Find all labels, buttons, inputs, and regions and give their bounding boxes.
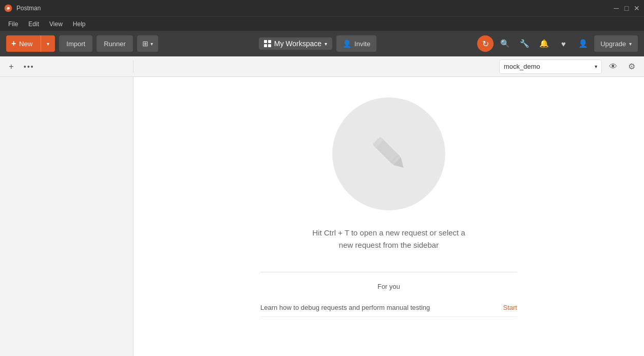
env-chevron: ▾ — [595, 64, 597, 69]
toolbar-right: ↻ 🔍 🔧 🔔 ♥ 👤 Upgrade ▾ — [477, 35, 638, 52]
favorites-button[interactable]: ♥ — [555, 35, 572, 52]
empty-state: Hit Ctrl + T to open a new request or se… — [134, 77, 644, 356]
runner-button[interactable]: Runner — [97, 35, 133, 52]
sidebar-add-button[interactable]: + — [5, 61, 17, 73]
env-bar: mock_demo ▾ 👁 ⚙ — [134, 60, 644, 74]
user-icon: 👤 — [578, 39, 588, 48]
import-button[interactable]: Import — [59, 35, 92, 52]
header-row: + ••• mock_demo ▾ 👁 ⚙ — [0, 56, 644, 77]
workspace-selector[interactable]: My Workspace ▾ — [259, 37, 332, 50]
sidebar — [0, 77, 134, 356]
empty-hint-line1: Hit Ctrl + T to open a new request or se… — [312, 228, 465, 237]
env-eye-button[interactable]: 👁 — [606, 60, 620, 74]
notifications-button[interactable]: 🔔 — [536, 35, 552, 52]
new-button-label: New — [19, 40, 32, 48]
new-plus-icon: + — [11, 39, 16, 48]
sidebar-more-button[interactable]: ••• — [22, 61, 35, 73]
empty-hint: Hit Ctrl + T to open a new request or se… — [312, 227, 465, 251]
main-layout: Hit Ctrl + T to open a new request or se… — [0, 77, 644, 356]
for-you-title: For you — [260, 283, 517, 290]
upgrade-button[interactable]: Upgrade ▾ — [594, 35, 638, 52]
invite-icon: 👤 — [343, 39, 351, 48]
upgrade-chevron: ▾ — [629, 41, 632, 47]
bell-icon: 🔔 — [539, 39, 549, 48]
env-selected-value: mock_demo — [504, 63, 592, 70]
pencil-icon — [366, 130, 412, 178]
new-tab-dropdown: ▾ — [150, 41, 153, 47]
menu-bar: File Edit View Help — [0, 16, 644, 31]
workspace-grid-icon — [264, 40, 271, 47]
close-button[interactable]: ✕ — [634, 5, 640, 11]
empty-hint-line2: new request from the sidebar — [339, 241, 439, 249]
window-controls: ─ □ ✕ — [613, 5, 640, 11]
invite-label: Invite — [354, 40, 370, 48]
eye-icon: 👁 — [609, 62, 617, 71]
profile-button[interactable]: 👤 — [575, 35, 591, 52]
upgrade-label: Upgrade — [600, 40, 626, 48]
workspace-chevron: ▾ — [325, 41, 327, 47]
sidebar-toolbar: + ••• — [0, 61, 134, 73]
sync-button[interactable]: ↻ — [477, 35, 494, 52]
heart-icon: ♥ — [561, 39, 566, 48]
new-button-main[interactable]: + New — [6, 35, 37, 52]
for-you-item-link[interactable]: Start — [503, 304, 517, 311]
new-button[interactable]: + New ▾ — [6, 35, 55, 52]
app-logo — [4, 4, 12, 12]
menu-view[interactable]: View — [45, 19, 67, 29]
title-bar: Postman ─ □ ✕ — [0, 0, 644, 16]
for-you-item-0: Learn how to debug requests and perform … — [260, 299, 517, 317]
minimize-button[interactable]: ─ — [613, 5, 619, 11]
invite-button[interactable]: 👤 Invite — [336, 35, 376, 52]
search-button[interactable]: 🔍 — [497, 35, 513, 52]
toolbar: + New ▾ Import Runner ⊞ ▾ My Workspace ▾… — [0, 31, 644, 56]
content-area: Hit Ctrl + T to open a new request or se… — [134, 77, 644, 356]
gear-icon: ⚙ — [628, 62, 635, 71]
settings-button[interactable]: 🔧 — [516, 35, 533, 52]
wrench-icon: 🔧 — [520, 39, 529, 48]
new-tab-group-button[interactable]: ⊞ ▾ — [137, 35, 158, 52]
environment-selector[interactable]: mock_demo ▾ — [499, 60, 602, 74]
menu-help[interactable]: Help — [69, 19, 90, 29]
app-title: Postman — [16, 5, 41, 12]
maximize-button[interactable]: □ — [623, 5, 630, 11]
search-icon: 🔍 — [500, 39, 510, 48]
for-you-section: For you Learn how to debug requests and … — [260, 272, 517, 317]
sync-icon: ↻ — [482, 39, 489, 49]
new-tab-icon: ⊞ — [142, 39, 148, 48]
workspace-name: My Workspace — [274, 39, 321, 48]
for-you-item-text: Learn how to debug requests and perform … — [260, 304, 430, 311]
empty-icon-container — [332, 97, 445, 210]
new-dropdown-arrow[interactable]: ▾ — [41, 35, 55, 52]
menu-edit[interactable]: Edit — [24, 19, 43, 29]
toolbar-center: My Workspace ▾ 👤 Invite — [162, 35, 473, 52]
env-settings-button[interactable]: ⚙ — [624, 60, 639, 74]
menu-file[interactable]: File — [4, 19, 22, 29]
